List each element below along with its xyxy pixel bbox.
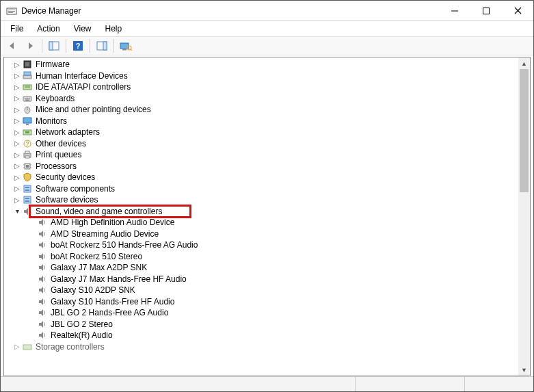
minimize-button[interactable] [439, 1, 470, 21]
scroll-down-icon[interactable]: ▼ [518, 364, 530, 376]
maximize-button[interactable] [470, 1, 502, 21]
device-j7-a2dp[interactable]: Galaxy J7 Max A2DP SNK [4, 262, 518, 274]
expand-icon[interactable]: ▷ [12, 83, 22, 91]
sound-icon [37, 251, 48, 262]
svg-line-17 [131, 49, 132, 51]
sound-icon [37, 307, 48, 318]
scroll-up-icon[interactable]: ▲ [518, 57, 530, 69]
device-label: JBL GO 2 Stereo [51, 319, 113, 329]
expand-icon[interactable]: ▷ [12, 343, 22, 350]
device-label: boAt Rockerz 510 Stereo [51, 252, 142, 261]
category-label: Keyboards [36, 94, 75, 103]
menu-action[interactable]: Action [31, 23, 65, 35]
vertical-scrollbar[interactable]: ▲ ▼ [518, 57, 530, 376]
category-label: Processors [36, 161, 77, 171]
svg-rect-1 [8, 10, 15, 10]
category-firmware[interactable]: ▷ Firmware [4, 59, 518, 70]
menu-file[interactable]: File [5, 23, 29, 35]
device-realtek[interactable]: Realtek(R) Audio [4, 330, 518, 341]
menu-help[interactable]: Help [100, 23, 128, 35]
toolbar-separator [66, 39, 66, 53]
category-ide[interactable]: ▷ IDE ATA/ATAPI controllers [4, 81, 518, 93]
expand-icon[interactable]: ▷ [12, 72, 22, 79]
network-icon [22, 127, 33, 138]
device-jbl-stereo[interactable]: JBL GO 2 Stereo [4, 319, 518, 330]
category-keyboards[interactable]: ▷ Keyboards [4, 93, 518, 105]
svg-rect-48 [24, 185, 31, 192]
svg-text:?: ? [25, 140, 29, 147]
expand-icon[interactable]: ▷ [12, 106, 22, 114]
monitor-icon [22, 116, 33, 127]
expand-icon[interactable]: ▷ [12, 94, 22, 102]
toolbar-separator [90, 39, 90, 53]
status-section [1, 377, 356, 391]
device-boat-ag[interactable]: boAt Rockerz 510 Hands-Free AG Audio [4, 239, 518, 251]
svg-rect-53 [25, 200, 29, 202]
show-hide-console-tree-button[interactable] [46, 38, 62, 53]
menu-view[interactable]: View [68, 23, 97, 35]
svg-text:?: ? [76, 42, 81, 50]
device-amd-hd-audio[interactable]: AMD High Definition Audio Device [4, 217, 518, 228]
collapse-icon[interactable]: ▾ [12, 207, 22, 215]
svg-rect-9 [49, 42, 53, 50]
category-hid[interactable]: ▷ Human Interface Devices [4, 70, 518, 82]
titlebar: Device Manager [1, 1, 533, 21]
category-software-components[interactable]: ▷ Software components [4, 183, 518, 195]
statusbar [1, 376, 533, 391]
forward-button[interactable] [23, 38, 38, 53]
device-label: Galaxy J7 Max A2DP SNK [51, 263, 147, 272]
category-software-devices[interactable]: ▷ Software devices [4, 194, 518, 206]
firmware-icon [22, 59, 33, 70]
security-icon [22, 172, 33, 183]
expand-icon[interactable]: ▷ [12, 129, 22, 136]
svg-rect-20 [23, 75, 31, 79]
close-button[interactable] [502, 1, 533, 21]
actions-pane-button[interactable] [94, 38, 109, 53]
category-processors[interactable]: ▷ Processors [4, 161, 518, 172]
device-s10-hf[interactable]: Galaxy S10 Hands-Free HF Audio [4, 296, 518, 308]
category-label: Print queues [36, 150, 81, 159]
svg-rect-49 [25, 187, 29, 188]
category-printers[interactable]: ▷ Print queues [4, 149, 518, 161]
category-security[interactable]: ▷ Security devices [4, 172, 518, 183]
device-tree[interactable]: ▷ Firmware ▷ Human Interface Devices ▷ I… [4, 57, 518, 376]
category-label: Security devices [36, 172, 95, 182]
scroll-thumb[interactable] [520, 69, 529, 192]
device-jbl-ag[interactable]: JBL GO 2 Hands-Free AG Audio [4, 307, 518, 319]
svg-rect-15 [122, 49, 126, 51]
scroll-track[interactable] [518, 69, 530, 364]
expand-icon[interactable]: ▷ [12, 151, 22, 159]
svg-rect-13 [103, 42, 107, 50]
svg-rect-50 [25, 190, 29, 191]
category-sound[interactable]: ▾ Sound, video and game controllers [4, 206, 518, 218]
device-boat-stereo[interactable]: boAt Rockerz 510 Stereo [4, 251, 518, 263]
sound-icon [37, 285, 48, 296]
expand-icon[interactable]: ▷ [12, 140, 22, 147]
svg-rect-36 [25, 131, 29, 133]
device-s10-a2dp[interactable]: Galaxy S10 A2DP SNK [4, 285, 518, 296]
expand-icon[interactable]: ▷ [12, 185, 22, 192]
category-label: Other devices [36, 139, 86, 148]
category-monitors[interactable]: ▷ Monitors [4, 116, 518, 127]
device-label: Galaxy S10 A2DP SNK [51, 285, 135, 295]
help-button[interactable]: ? [70, 38, 85, 53]
back-button[interactable] [5, 38, 20, 53]
category-other[interactable]: ▷ ? Other devices [4, 138, 518, 150]
sound-icon [37, 330, 48, 341]
expand-icon[interactable]: ▷ [12, 174, 22, 181]
expand-icon[interactable]: ▷ [12, 196, 22, 204]
device-amd-streaming[interactable]: AMD Streaming Audio Device [4, 228, 518, 240]
category-label: Firmware [36, 60, 70, 69]
expand-icon[interactable]: ▷ [12, 117, 22, 125]
category-label: Mice and other pointing devices [36, 105, 151, 114]
scan-hardware-button[interactable] [118, 38, 133, 53]
expand-icon[interactable]: ▷ [12, 162, 22, 170]
svg-rect-28 [27, 98, 29, 99]
device-j7-hf[interactable]: Galaxy J7 Max Hands-Free HF Audio [4, 274, 518, 285]
category-network[interactable]: ▷ Network adapters [4, 127, 518, 138]
category-storage[interactable]: ▷ Storage controllers [4, 341, 518, 353]
sound-icon [37, 239, 48, 250]
expand-icon[interactable]: ▷ [12, 61, 22, 68]
category-label: Human Interface Devices [36, 71, 128, 81]
category-mice[interactable]: ▷ Mice and other pointing devices [4, 104, 518, 116]
